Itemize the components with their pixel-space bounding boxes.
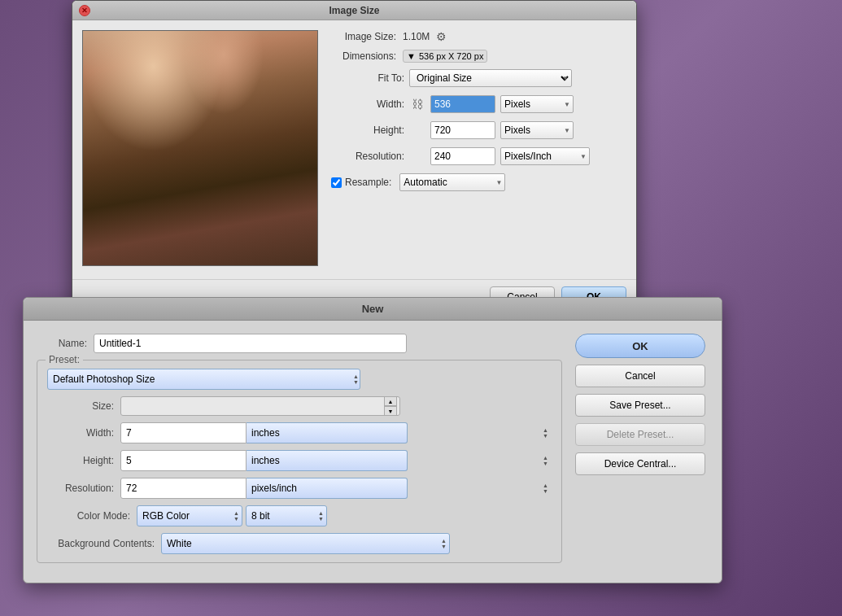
- nd-width-row: Width: inches ▲ ▼: [47, 422, 552, 443]
- nd-resolution-unit-arrow-down: ▼: [543, 488, 548, 494]
- dimensions-row: Dimensions: ▼ 536 px X 720 px: [331, 50, 626, 63]
- height-input[interactable]: [430, 121, 495, 139]
- width-unit-select[interactable]: Pixels: [500, 95, 574, 113]
- nd-ok-button[interactable]: OK: [575, 334, 705, 358]
- preview-area: [82, 30, 318, 266]
- colormode-select-wrapper: RGB Color ▲ ▼: [137, 505, 242, 526]
- new-dialog: New Name: Preset: Default Photoshop Size: [23, 297, 722, 583]
- nd-height-unit-select[interactable]: inches: [246, 450, 408, 471]
- resolution-unit-select[interactable]: Pixels/Inch: [500, 147, 590, 165]
- nd-device-central-button[interactable]: Device Central...: [575, 452, 705, 475]
- resample-label[interactable]: Resample:: [331, 177, 391, 188]
- fit-to-row: Fit To: Original Size ▼: [331, 69, 626, 87]
- nd-width-unit-arrow-up: ▲: [543, 427, 548, 433]
- nd-width-input[interactable]: [120, 422, 246, 443]
- size-row: Size: ▲ ▼: [47, 396, 552, 416]
- height-unit-wrapper: Pixels ▼: [500, 121, 574, 139]
- nd-resolution-unit-wrapper: pixels/inch ▲ ▼: [246, 478, 552, 499]
- size-stepper: ▲ ▼: [384, 396, 397, 416]
- nd-height-unit-arrows: ▲ ▼: [543, 455, 548, 466]
- preview-image: [83, 31, 317, 265]
- nd-save-preset-button[interactable]: Save Preset...: [575, 394, 705, 417]
- height-row: Height: Pixels ▼: [331, 121, 626, 139]
- bitdepth-select[interactable]: 8 bit: [246, 505, 327, 526]
- bg-select-wrapper: White ▲ ▼: [161, 533, 450, 554]
- nd-width-unit-arrows: ▲ ▼: [543, 427, 548, 439]
- nd-height-row: Height: inches ▲ ▼: [47, 450, 552, 471]
- name-row: Name:: [37, 334, 562, 353]
- dimensions-label: Dimensions:: [331, 50, 396, 62]
- nd-height-input[interactable]: [120, 450, 246, 471]
- resolution-row: Resolution: Pixels/Inch ▼: [331, 147, 626, 165]
- resample-text: Resample:: [345, 177, 391, 188]
- image-size-titlebar: ✕ Image Size: [72, 1, 636, 20]
- width-label: Width:: [331, 98, 404, 110]
- nd-colormode-row: Color Mode: RGB Color ▲ ▼: [47, 505, 552, 526]
- new-dialog-title: New: [362, 303, 384, 315]
- close-button[interactable]: ✕: [79, 5, 90, 16]
- colormode-select[interactable]: RGB Color: [137, 505, 242, 526]
- chain-link-icon: ⛓: [412, 98, 423, 111]
- settings-area: Image Size: 1.10M ⚙ Dimensions: ▼ 536 px…: [331, 30, 626, 266]
- width-input[interactable]: [430, 95, 495, 113]
- nd-height-unit-wrapper: inches ▲ ▼: [246, 450, 552, 471]
- dimensions-arrow: ▼: [407, 51, 416, 61]
- image-size-label: Image Size:: [331, 31, 396, 42]
- chain-icon-area: ⛓: [409, 98, 425, 111]
- preset-group: Preset: Default Photoshop Size ▲ ▼ Si: [37, 360, 562, 563]
- nd-resolution-label: Resolution:: [47, 483, 120, 494]
- new-dialog-body: Name: Preset: Default Photoshop Size ▲ ▼: [24, 321, 722, 583]
- new-dialog-left: Name: Preset: Default Photoshop Size ▲ ▼: [37, 334, 562, 570]
- height-unit-select[interactable]: Pixels: [500, 121, 574, 139]
- nd-width-label: Width:: [47, 427, 120, 439]
- size-input[interactable]: [120, 396, 400, 416]
- fit-to-label: Fit To:: [331, 72, 404, 84]
- preset-select-wrapper: Default Photoshop Size ▲ ▼: [47, 369, 360, 390]
- nd-height-unit-arrow-up: ▲: [543, 455, 548, 461]
- nd-cancel-button[interactable]: Cancel: [575, 365, 705, 387]
- image-size-row: Image Size: 1.10M ⚙: [331, 30, 626, 43]
- nd-resolution-unit-select[interactable]: pixels/inch: [246, 478, 408, 499]
- name-label: Name:: [37, 338, 94, 349]
- size-stepper-down[interactable]: ▼: [384, 406, 397, 416]
- resolution-label: Resolution:: [331, 151, 404, 162]
- new-dialog-right: OK Cancel Save Preset... Delete Preset..…: [562, 334, 709, 570]
- nd-delete-preset-button[interactable]: Delete Preset...: [575, 423, 705, 446]
- width-row: Width: ⛓ Pixels ▼: [331, 95, 626, 113]
- size-stepper-up[interactable]: ▲: [384, 396, 397, 406]
- nd-width-unit-wrapper: inches ▲ ▼: [246, 422, 552, 443]
- nd-colormode-label: Color Mode:: [47, 510, 137, 522]
- nd-height-label: Height:: [47, 455, 120, 466]
- nd-bgcontents-label: Background Contents:: [47, 538, 161, 549]
- size-label: Size:: [47, 400, 120, 412]
- nd-resolution-unit-arrow-up: ▲: [543, 483, 548, 488]
- height-label: Height:: [331, 125, 404, 136]
- dimensions-badge: ▼ 536 px X 720 px: [403, 50, 487, 63]
- preset-legend: Preset:: [46, 354, 83, 365]
- resolution-input[interactable]: [430, 147, 495, 165]
- colormode-group: RGB Color ▲ ▼ 8 bit: [137, 505, 327, 526]
- dimensions-value: 536 px X 720 px: [419, 51, 484, 61]
- resample-select-wrapper: Automatic ▼: [399, 173, 505, 191]
- fit-to-select-wrapper: Original Size ▼: [409, 69, 572, 87]
- new-dialog-titlebar: New: [24, 298, 722, 321]
- resample-select[interactable]: Automatic: [399, 173, 505, 191]
- nd-resolution-row: Resolution: pixels/inch ▲ ▼: [47, 478, 552, 499]
- preset-select[interactable]: Default Photoshop Size: [47, 369, 360, 390]
- bg-select[interactable]: White: [161, 533, 450, 554]
- resample-row: Resample: Automatic ▼: [331, 173, 626, 191]
- fit-to-select[interactable]: Original Size: [409, 69, 572, 87]
- resolution-unit-wrapper: Pixels/Inch ▼: [500, 147, 590, 165]
- size-input-wrapper: ▲ ▼: [120, 396, 397, 416]
- resample-checkbox[interactable]: [331, 177, 342, 188]
- nd-width-unit-select[interactable]: inches: [246, 422, 408, 443]
- name-input[interactable]: [94, 334, 407, 353]
- nd-resolution-input[interactable]: [120, 478, 246, 499]
- bitdepth-select-wrapper: 8 bit ▲ ▼: [246, 505, 327, 526]
- gear-icon[interactable]: ⚙: [436, 30, 447, 43]
- nd-bgcontents-row: Background Contents: White ▲ ▼: [47, 533, 552, 554]
- preset-row: Default Photoshop Size ▲ ▼: [47, 369, 552, 390]
- image-size-content: Image Size: 1.10M ⚙ Dimensions: ▼ 536 px…: [72, 20, 636, 276]
- image-size-value: 1.10M: [403, 31, 430, 42]
- nd-height-unit-arrow-down: ▼: [543, 461, 548, 466]
